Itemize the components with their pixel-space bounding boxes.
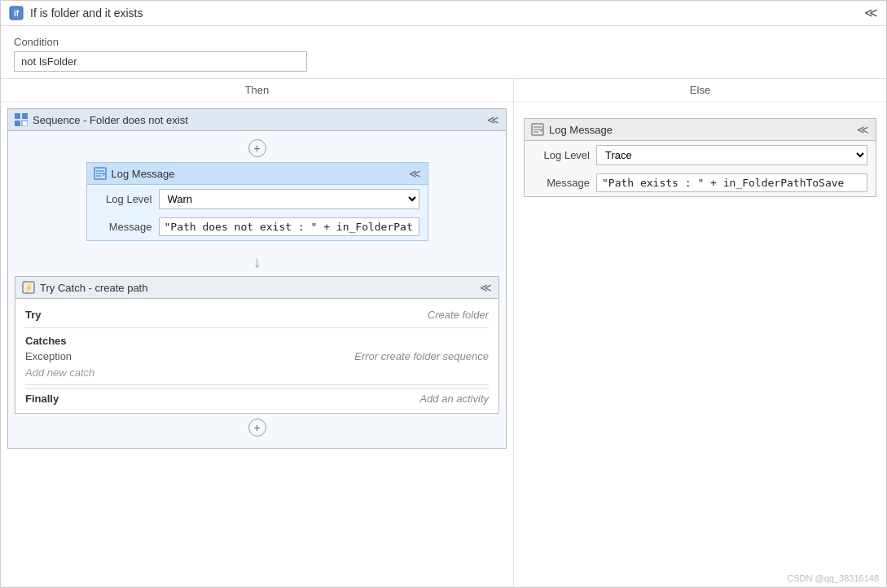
else-label: Else [514, 79, 886, 102]
message-input[interactable] [159, 217, 419, 236]
else-message-input[interactable] [596, 173, 867, 192]
watermark: CSDN @qq_38316148 [787, 573, 879, 583]
add-activity-top[interactable]: + [248, 139, 266, 157]
exception-action[interactable]: Error create folder sequence [354, 350, 489, 362]
else-log-level-label: Log Level [533, 149, 590, 161]
finally-action[interactable]: Add an activity [419, 393, 489, 405]
else-log-icon [531, 123, 544, 136]
finally-row: Finally Add an activity [25, 388, 489, 406]
finally-label: Finally [25, 393, 59, 405]
message-row: Message [87, 213, 428, 240]
collapse-button[interactable]: ≪ [864, 7, 878, 20]
header-title: If is folder and it exists [30, 7, 143, 20]
add-catch-label[interactable]: Add new catch [25, 364, 489, 381]
else-message-label: Message [533, 177, 590, 189]
then-column: Then [1, 79, 514, 587]
trycatch-body: Try Create folder Catches Exception Erro… [15, 299, 498, 413]
condition-input[interactable] [14, 51, 307, 72]
message-label: Message [95, 221, 152, 233]
try-action[interactable]: Create folder [428, 309, 489, 321]
catches-label: Catches [25, 331, 489, 349]
arrow-down: ↓ [253, 248, 261, 276]
trycatch-header: ⚡ Try Catch - create path ≪ [15, 277, 498, 299]
exception-row: Exception Error create folder sequence [25, 349, 489, 364]
trycatch-collapse-btn[interactable]: ≪ [480, 281, 492, 294]
svg-text:if: if [14, 9, 20, 18]
sequence-collapse-btn[interactable]: ≪ [487, 113, 499, 126]
else-log-block: Log Message ≪ Log Level Trace Debug Info… [524, 118, 876, 197]
trycatch-title: Try Catch - create path [40, 282, 147, 294]
else-log-title: Log Message [549, 124, 613, 136]
if-icon: if [9, 6, 24, 20]
sequence-title: Sequence - Folder does not exist [33, 114, 188, 126]
else-log-level-row: Log Level Trace Debug Info Warn Error Fa… [525, 141, 876, 169]
plus-connector-top[interactable]: + [15, 134, 499, 162]
sequence-header: Sequence - Folder does not exist ≪ [8, 109, 506, 131]
trycatch-header-left: ⚡ Try Catch - create path [22, 281, 147, 294]
log-message-collapse-btn[interactable]: ≪ [409, 167, 421, 180]
sequence-header-left: Sequence - Folder does not exist [15, 113, 188, 126]
condition-area: Condition [1, 26, 886, 78]
else-column: Else [514, 79, 886, 587]
sequence-inner: + [8, 131, 506, 448]
log-level-row: Log Level Trace Debug Info Warn Error Fa… [87, 185, 428, 213]
else-log-header-left: Log Message [531, 123, 613, 136]
sequence-block: Sequence - Folder does not exist ≪ + [7, 108, 507, 449]
then-body: Sequence - Folder does not exist ≪ + [1, 102, 513, 587]
exception-label: Exception [25, 350, 72, 362]
log-message-header-left: Log Message [94, 167, 175, 180]
else-log-collapse-btn[interactable]: ≪ [857, 123, 869, 136]
main-container: if If is folder and it exists ≪ Conditio… [0, 0, 887, 588]
log-message-header: Log Message ≪ [87, 163, 428, 185]
log-message-block: Log Message ≪ Log Level Trace Debug Info [86, 162, 428, 241]
svg-rect-2 [15, 113, 20, 119]
then-else-row: Then [1, 78, 886, 587]
else-log-level-select[interactable]: Trace Debug Info Warn Error Fatal [596, 145, 867, 165]
if-block-header: if If is folder and it exists ≪ [1, 1, 886, 26]
else-message-row: Message [525, 169, 876, 196]
trycatch-icon: ⚡ [22, 281, 35, 294]
condition-label: Condition [14, 36, 873, 48]
add-activity-bottom[interactable]: + [248, 419, 266, 437]
else-log-header: Log Message ≪ [525, 119, 876, 141]
else-body: Log Message ≪ Log Level Trace Debug Info… [514, 102, 886, 587]
svg-rect-4 [15, 121, 20, 126]
log-icon [94, 167, 107, 180]
then-label: Then [1, 79, 513, 102]
try-label: Try [25, 309, 42, 321]
svg-rect-3 [22, 113, 28, 119]
header-left: if If is folder and it exists [9, 6, 143, 20]
sequence-icon [15, 113, 28, 126]
trycatch-block: ⚡ Try Catch - create path ≪ Try [15, 276, 499, 414]
svg-text:⚡: ⚡ [24, 283, 34, 293]
log-message-title: Log Message [112, 168, 175, 180]
svg-rect-5 [22, 121, 28, 126]
try-row: Try Create folder [25, 305, 489, 324]
log-level-label: Log Level [95, 193, 152, 205]
log-level-select[interactable]: Trace Debug Info Warn Error Fatal [159, 189, 419, 209]
plus-connector-bottom[interactable]: + [15, 414, 499, 441]
